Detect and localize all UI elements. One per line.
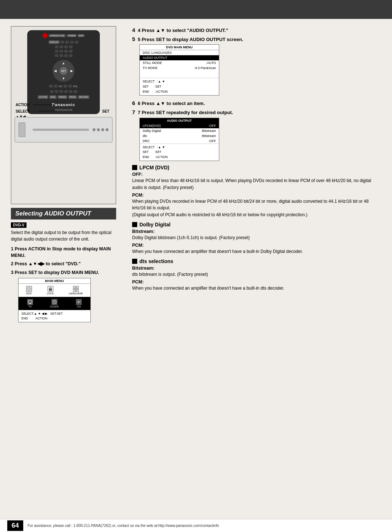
vol-minus[interactable]	[64, 85, 67, 88]
bitstream-text: Dolby Digital bitstream (1ch-5.1ch) is o…	[132, 234, 381, 241]
nav-up-arrow: ▲	[62, 61, 65, 65]
intro-text: Select the digital output to be output f…	[11, 229, 123, 242]
lpcm-row: LPCM(DVD) :OFF	[140, 123, 219, 128]
nav-center-button[interactable]: SET	[60, 67, 68, 75]
num-8[interactable]	[60, 54, 63, 57]
footer-help-text: For assistance, please call : 1-800-211-…	[28, 524, 219, 528]
btn-a[interactable]	[61, 41, 64, 44]
audio-output-row: AUDIO OUTPUT	[140, 55, 219, 60]
left-column: OPEN/CLOSE TUNER DVD DISPLAY	[11, 26, 123, 325]
connector-line-1	[33, 105, 55, 105]
drc-value: :OFF	[209, 139, 216, 143]
pcm-text-2: When you have connected an amplifier tha…	[132, 248, 381, 255]
menu-box-footer: SELECT:▲ ▼ ◀ ▶ SET:SET END :ACTION	[19, 310, 90, 322]
tv-icon-label: TV	[28, 305, 32, 308]
step-4-number: 4	[132, 27, 135, 33]
dvd-select-row: SELECT :▲ ▼	[143, 79, 216, 84]
open-close-button[interactable]: OPEN/CLOSE	[49, 34, 66, 37]
player-btn-3	[101, 128, 104, 131]
dvd-button[interactable]: DVD	[78, 34, 85, 37]
menu-select-row: SELECT:▲ ▼ ◀ ▶ SET:SET	[21, 311, 87, 316]
speed-btn[interactable]: SPEED	[58, 95, 67, 99]
power-button[interactable]	[42, 33, 48, 38]
num-right3[interactable]	[69, 54, 73, 57]
return-btn[interactable]: RETURN	[78, 95, 89, 99]
nav-down-arrow: ▼	[62, 77, 65, 80]
num-2[interactable]	[60, 45, 63, 48]
bitstream-label: Bitstream:	[132, 229, 381, 234]
step-6-text: 6 Press ▲▼ to select an item.	[138, 101, 205, 106]
btn-d[interactable]	[75, 41, 78, 44]
audio-output-label: AUDIO OUTPUT	[143, 56, 167, 60]
lock-icon	[48, 286, 53, 292]
player-buttons	[93, 128, 109, 131]
audio-end-row: END :ACTION	[143, 155, 216, 160]
num-right2[interactable]	[69, 50, 73, 53]
ch-minus[interactable]	[49, 85, 53, 88]
remote-illustration: OPEN/CLOSE TUNER DVD DISPLAY	[11, 26, 116, 204]
num-4[interactable]	[55, 50, 58, 53]
next-button[interactable]	[74, 90, 77, 93]
num-5[interactable]	[60, 50, 63, 53]
nav-pad[interactable]: ▲ ▼ ◀ ▶ SET	[53, 60, 74, 82]
pcm-text-3: When you have connected an amplifier tha…	[132, 285, 381, 292]
prog-btn[interactable]: PROG	[68, 95, 77, 99]
disc-btn[interactable]: DISC	[49, 95, 57, 99]
dvd-main-menu-title: DVD MAIN MENU	[140, 45, 219, 50]
rew-button[interactable]	[55, 90, 58, 93]
spacer	[140, 70, 219, 78]
clock-icon-label: CLOCK	[50, 305, 59, 308]
num-3[interactable]	[64, 45, 68, 48]
fwd-button[interactable]	[69, 90, 73, 93]
step-6-number: 6	[132, 100, 135, 106]
prev-button[interactable]	[50, 90, 54, 93]
num-7[interactable]	[55, 54, 58, 57]
play-button[interactable]	[64, 90, 68, 93]
btn-c[interactable]	[70, 41, 74, 44]
svg-point-1	[28, 289, 29, 290]
bitstream2-text: dts bitstream is output. (Factory preset…	[132, 271, 381, 278]
action-btn[interactable]: ACTION	[38, 95, 48, 99]
still-mode-row: STILL MODE :AUTO	[140, 60, 219, 65]
menu-icon-tv: TV	[27, 299, 33, 308]
audio-box-footer: SELECT :▲ ▼ SET :SET END :ACTION	[140, 144, 219, 161]
num-6[interactable]	[64, 50, 68, 53]
svg-line-11	[54, 302, 56, 303]
pcm-text-1: When playing DVDs recorded in linear PCM…	[132, 198, 381, 218]
dvd-icon	[26, 286, 32, 292]
dvd-icon-label: DVD	[26, 292, 32, 295]
vol-plus[interactable]	[68, 85, 72, 88]
ch-plus[interactable]	[54, 85, 57, 88]
tv-mode-row: TV MODE :4:3 Pan&Scan	[140, 65, 219, 70]
stop-button[interactable]	[60, 90, 63, 93]
player-btn-1	[93, 128, 95, 131]
lpcm-value: :OFF	[209, 124, 216, 128]
page-footer: 64 For assistance, please call : 1-800-2…	[0, 519, 392, 532]
ch-icon-label: CH	[77, 305, 81, 308]
num-right[interactable]	[69, 45, 73, 48]
ch-icon: S³	[76, 299, 82, 305]
page-number: 64	[7, 520, 23, 531]
dvd-set-row: SET :SET	[143, 84, 216, 89]
display-button[interactable]: DISPLAY	[49, 40, 60, 44]
still-mode-label: STILL MODE	[143, 61, 162, 65]
main-menu-screen: MAIN MENU DVD LOCK	[18, 278, 91, 322]
tv-mode-value: :4:3 Pan&Scan	[194, 66, 216, 70]
tuner-button[interactable]: TUNER	[67, 34, 77, 37]
player-btn-2	[97, 128, 100, 131]
drc-label: DRC	[143, 139, 150, 143]
menu-icon-dvd: DVD	[26, 286, 32, 295]
menu-icons-row: DVD LOCK LANGUAGE	[19, 284, 90, 297]
num-9[interactable]	[64, 54, 68, 57]
dvd-slot	[33, 129, 89, 131]
btn-b[interactable]	[65, 41, 69, 44]
num-1[interactable]	[55, 45, 58, 48]
nav-right-arrow: ▶	[70, 69, 73, 73]
dvd-main-menu-screen: DVD MAIN MENU DISC LANGUAGES AUDIO OUTPU…	[139, 44, 219, 96]
step-5: 5 5 Press SET to display AUDIO OUTPUT sc…	[132, 35, 381, 43]
clock-icon	[52, 299, 57, 305]
bitstream2-label: Bitstream:	[132, 266, 381, 271]
lpcm-label: LPCM(DVD)	[143, 124, 161, 128]
step-4-text: 4 Press ▲▼ to select "AUDIO OUTPUT."	[138, 28, 228, 33]
dts-black-square	[132, 259, 137, 264]
